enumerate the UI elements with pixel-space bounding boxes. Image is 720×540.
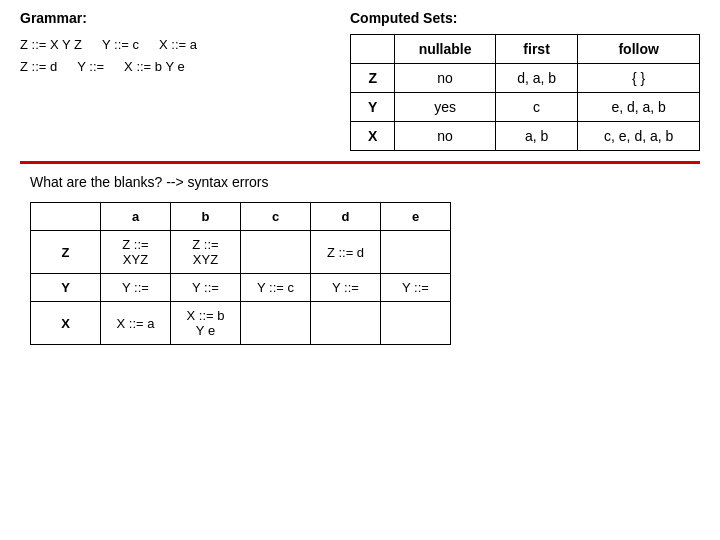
blanks-col-a: a [101, 203, 171, 231]
grammar-rule-x1: X ::= a [159, 34, 197, 56]
bottom-section: What are the blanks? --> syntax errors a… [20, 174, 700, 345]
blanks-col-symbol [31, 203, 101, 231]
computed-cell-symbol: X [351, 122, 395, 151]
grammar-rule-z1: Z ::= X Y Z [20, 34, 82, 56]
blanks-col-d: d [311, 203, 381, 231]
computed-cell-symbol: Y [351, 93, 395, 122]
blanks-table: a b c d e ZZ ::= XYZZ ::= XYZZ ::= dYY :… [30, 202, 451, 345]
computed-cell-nullable: yes [395, 93, 496, 122]
computed-section: Computed Sets: nullable first follow Zno… [350, 10, 700, 151]
blanks-cell-c: Y ::= c [241, 274, 311, 302]
blanks-title: What are the blanks? --> syntax errors [30, 174, 690, 190]
computed-table: nullable first follow Znod, a, b{ }Yyesc… [350, 34, 700, 151]
blanks-cell-e [381, 231, 451, 274]
blanks-cell-a: Y ::= [101, 274, 171, 302]
grammar-rule-row-2: Z ::= d Y ::= X ::= b Y e [20, 56, 330, 78]
blanks-cell-b: X ::= b Y e [171, 302, 241, 345]
computed-cell-first: a, b [495, 122, 577, 151]
blanks-col-e: e [381, 203, 451, 231]
blanks-cell-e [381, 302, 451, 345]
computed-cell-nullable: no [395, 64, 496, 93]
computed-row: Xnoa, bc, e, d, a, b [351, 122, 700, 151]
computed-cell-nullable: no [395, 122, 496, 151]
blanks-cell-a: X ::= a [101, 302, 171, 345]
computed-cell-first: c [495, 93, 577, 122]
blanks-cell-symbol: X [31, 302, 101, 345]
blanks-cell-e: Y ::= [381, 274, 451, 302]
computed-row: Znod, a, b{ } [351, 64, 700, 93]
blanks-header-row: a b c d e [31, 203, 451, 231]
blanks-cell-d: Y ::= [311, 274, 381, 302]
computed-col-nullable: nullable [395, 35, 496, 64]
computed-header-row: nullable first follow [351, 35, 700, 64]
computed-cell-symbol: Z [351, 64, 395, 93]
blanks-cell-c [241, 231, 311, 274]
blanks-cell-d: Z ::= d [311, 231, 381, 274]
red-divider [20, 161, 700, 164]
computed-col-follow: follow [578, 35, 700, 64]
blanks-cell-symbol: Y [31, 274, 101, 302]
grammar-rule-row-1: Z ::= X Y Z Y ::= c X ::= a [20, 34, 330, 56]
blanks-cell-b: Y ::= [171, 274, 241, 302]
blanks-col-b: b [171, 203, 241, 231]
grammar-rules: Z ::= X Y Z Y ::= c X ::= a Z ::= d Y ::… [20, 34, 330, 78]
grammar-title: Grammar: [20, 10, 330, 26]
blanks-row: XX ::= aX ::= b Y e [31, 302, 451, 345]
grammar-rule-x2: X ::= b Y e [124, 56, 185, 78]
computed-row: Yyesce, d, a, b [351, 93, 700, 122]
grammar-rule-y1: Y ::= c [102, 34, 139, 56]
computed-cell-follow: e, d, a, b [578, 93, 700, 122]
computed-cell-follow: { } [578, 64, 700, 93]
blanks-cell-b: Z ::= XYZ [171, 231, 241, 274]
blanks-cell-c [241, 302, 311, 345]
blanks-row: YY ::=Y ::=Y ::= cY ::=Y ::= [31, 274, 451, 302]
computed-col-symbol [351, 35, 395, 64]
grammar-section: Grammar: Z ::= X Y Z Y ::= c X ::= a Z :… [20, 10, 330, 78]
computed-cell-follow: c, e, d, a, b [578, 122, 700, 151]
blanks-cell-d [311, 302, 381, 345]
grammar-rule-z2: Z ::= d [20, 56, 57, 78]
computed-title: Computed Sets: [350, 10, 700, 26]
blanks-row: ZZ ::= XYZZ ::= XYZZ ::= d [31, 231, 451, 274]
grammar-rule-y2: Y ::= [77, 56, 104, 78]
blanks-cell-a: Z ::= XYZ [101, 231, 171, 274]
blanks-col-c: c [241, 203, 311, 231]
blanks-cell-symbol: Z [31, 231, 101, 274]
computed-cell-first: d, a, b [495, 64, 577, 93]
computed-col-first: first [495, 35, 577, 64]
